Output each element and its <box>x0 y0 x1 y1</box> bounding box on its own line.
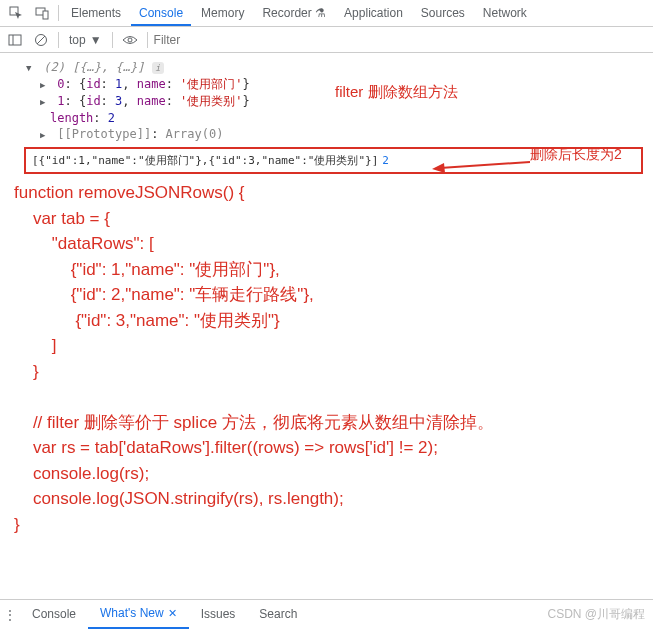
device-toolbar-icon[interactable] <box>30 1 54 25</box>
inspect-icon[interactable] <box>4 1 28 25</box>
separator <box>58 5 59 21</box>
info-icon[interactable]: i <box>152 62 164 74</box>
log-length: length: 2 <box>0 110 653 126</box>
log-prototype[interactable]: [[Prototype]]: Array(0) <box>0 126 653 143</box>
arrow-icon <box>432 152 532 172</box>
tab-application[interactable]: Application <box>336 0 411 26</box>
drawer-tab-search[interactable]: Search <box>247 600 309 629</box>
context-selector[interactable]: top ▼ <box>65 33 106 47</box>
chevron-down-icon: ▼ <box>90 33 102 47</box>
close-icon[interactable]: ✕ <box>168 599 177 628</box>
tab-elements[interactable]: Elements <box>63 0 129 26</box>
watermark: CSDN @川哥编程 <box>547 606 645 623</box>
code-snippet: function removeJSONRows() { var tab = { … <box>0 176 653 537</box>
svg-marker-9 <box>432 163 445 172</box>
tab-console[interactable]: Console <box>131 0 191 26</box>
expand-icon[interactable] <box>26 59 36 76</box>
flask-icon: ⚗ <box>315 6 326 20</box>
filter-input[interactable] <box>154 30 649 50</box>
drawer-tab-console[interactable]: Console <box>20 600 88 629</box>
log-item-1[interactable]: 1: {id: 3, name: '使用类别'} <box>0 93 653 110</box>
context-label: top <box>69 33 86 47</box>
tab-sources[interactable]: Sources <box>413 0 473 26</box>
clear-console-icon[interactable] <box>30 29 52 51</box>
expand-icon[interactable] <box>40 93 50 110</box>
log-length-value: 2 <box>382 154 389 167</box>
separator <box>58 32 59 48</box>
svg-line-6 <box>37 36 45 44</box>
svg-rect-2 <box>43 11 48 19</box>
log-item-0[interactable]: 0: {id: 1, name: '使用部门'} <box>0 76 653 93</box>
expand-icon[interactable] <box>40 126 50 143</box>
annotation-filter-method: filter 删除数组方法 <box>335 83 458 102</box>
annotation-length-after: 删除后长度为2 <box>530 146 622 164</box>
drawer-tab-whatsnew[interactable]: What's New✕ <box>88 600 189 629</box>
tab-memory[interactable]: Memory <box>193 0 252 26</box>
tab-recorder[interactable]: Recorder ⚗ <box>254 0 334 26</box>
devtools-top-tabs: Elements Console Memory Recorder ⚗ Appli… <box>0 0 653 27</box>
svg-line-8 <box>440 162 530 168</box>
svg-rect-3 <box>9 35 21 45</box>
console-toolbar: top ▼ <box>0 27 653 53</box>
tab-network[interactable]: Network <box>475 0 535 26</box>
eye-icon[interactable] <box>119 29 141 51</box>
svg-point-7 <box>128 38 132 42</box>
log-array-summary[interactable]: (2) [{…}, {…}] i <box>0 59 653 76</box>
toggle-sidebar-icon[interactable] <box>4 29 26 51</box>
expand-icon[interactable] <box>40 76 50 93</box>
drawer-tab-issues[interactable]: Issues <box>189 600 248 629</box>
more-icon[interactable]: ⋮ <box>0 608 20 622</box>
separator <box>147 32 148 48</box>
separator <box>112 32 113 48</box>
